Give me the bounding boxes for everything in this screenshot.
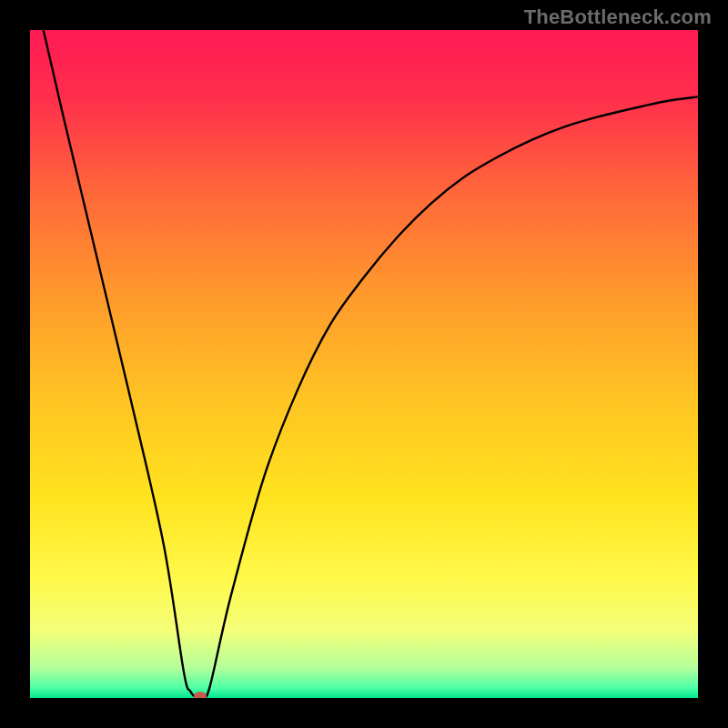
attribution-label: TheBottleneck.com bbox=[524, 5, 712, 29]
chart-frame: TheBottleneck.com bbox=[0, 0, 728, 728]
plot-area bbox=[30, 30, 698, 698]
bottleneck-curve bbox=[30, 30, 698, 698]
optimal-point-marker bbox=[194, 692, 207, 698]
